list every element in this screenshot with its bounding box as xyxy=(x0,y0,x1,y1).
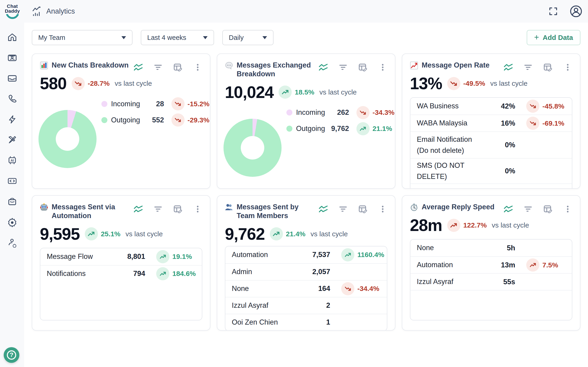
trend-up-icon xyxy=(345,252,351,258)
card-average-reply-speed: Average Reply Speed 28m 122.7% xyxy=(402,195,580,331)
breakdown-table: Automation7,5371160.4% Admin2,057 None16… xyxy=(225,246,387,331)
filter-icon[interactable] xyxy=(154,205,163,213)
filter-icon[interactable] xyxy=(338,63,348,71)
analytics-icon xyxy=(32,7,43,16)
table-row: WABA Malaysia16%-69.1% xyxy=(410,115,572,131)
sidebar-item-ai[interactable] xyxy=(7,155,17,166)
profile-avatar-button[interactable] xyxy=(570,5,582,18)
edit-table-icon[interactable] xyxy=(543,63,553,71)
sidebar-item-developer[interactable] xyxy=(7,176,17,186)
trend-up-icon xyxy=(273,231,280,237)
more-menu-icon[interactable] xyxy=(378,204,387,214)
legend-delta: 21.1% xyxy=(356,122,392,135)
table-row: Izzul Asyraf2 xyxy=(225,297,387,314)
trend-up-icon xyxy=(530,262,536,268)
help-button[interactable] xyxy=(4,347,19,363)
cards-grid: New Chats Breakdown 580 -28.7% xyxy=(32,53,580,331)
chart-view-icon[interactable] xyxy=(134,63,143,71)
legend-delta: -34.3% xyxy=(356,106,394,119)
legend-row: Outgoing 552 -29.3% xyxy=(101,113,202,125)
more-menu-icon[interactable] xyxy=(563,63,572,72)
logo-text-line1: Chat xyxy=(7,4,18,8)
metric-value: 13% xyxy=(410,74,442,93)
sidebar-item-store[interactable] xyxy=(7,196,17,207)
trend-down-icon xyxy=(360,110,366,115)
fullscreen-button[interactable] xyxy=(548,7,558,16)
filter-icon[interactable] xyxy=(338,205,348,213)
trend-up-icon xyxy=(282,89,289,95)
sidebar xyxy=(0,23,24,367)
main-content: My Team Last 4 weeks Daily +Add Data New… xyxy=(24,23,588,367)
delta-suffix: vs last cycle xyxy=(126,230,163,238)
row-delta: 1160.4% xyxy=(341,248,384,261)
metric-delta: 122.7% xyxy=(447,219,487,232)
more-menu-icon[interactable] xyxy=(563,204,572,214)
add-data-button[interactable]: +Add Data xyxy=(527,30,580,45)
top-bar-actions xyxy=(548,5,582,18)
analytics-dashboard: Chat Daddy Analytics My Team Last 4 w xyxy=(0,0,588,367)
sidebar-item-inbox[interactable] xyxy=(7,73,17,83)
edit-table-icon[interactable] xyxy=(358,63,368,71)
breakdown-table: None5h Automation13m7.5% Izzul Asyraf55s xyxy=(410,239,572,320)
chart-increasing-emoji-icon xyxy=(410,61,418,70)
logo-text-line2: Daddy xyxy=(5,8,20,13)
card-title: Message Open Rate xyxy=(410,61,490,70)
sidebar-item-user-roles[interactable] xyxy=(7,237,17,248)
sidebar-item-contacts[interactable] xyxy=(7,53,17,63)
sidebar-item-settings[interactable] xyxy=(7,217,17,227)
delta-suffix: vs last cycle xyxy=(310,230,348,238)
chart-view-icon[interactable] xyxy=(504,63,513,71)
legend-row: Incoming 28 -15.2% xyxy=(101,97,202,109)
edit-table-icon[interactable] xyxy=(173,205,182,213)
delta-suffix: vs last cycle xyxy=(492,221,529,229)
filter-icon[interactable] xyxy=(154,63,163,71)
row-delta: 7.5% xyxy=(526,259,558,272)
card-title: Average Reply Speed xyxy=(410,203,494,211)
team-dropdown[interactable]: My Team xyxy=(32,30,132,45)
chatdaddy-logo[interactable]: Chat Daddy xyxy=(0,4,24,19)
trend-up-icon xyxy=(450,223,457,228)
trend-up-icon xyxy=(160,271,166,276)
sidebar-item-calls[interactable] xyxy=(7,94,17,104)
trend-down-icon xyxy=(175,101,181,107)
chart-view-icon[interactable] xyxy=(134,205,143,213)
delta-suffix: vs last cycle xyxy=(319,88,357,96)
metric-value: 580 xyxy=(40,74,67,93)
table-row: SMS (DO NOT DELETE)0% xyxy=(410,158,572,184)
row-delta: 184.6% xyxy=(156,267,196,280)
sidebar-item-tools[interactable] xyxy=(7,135,17,145)
edit-table-icon[interactable] xyxy=(173,63,182,71)
sidebar-item-automation[interactable] xyxy=(7,114,17,125)
date-range-dropdown[interactable]: Last 4 weeks xyxy=(141,30,214,45)
trend-down-icon xyxy=(175,117,181,123)
legend-delta: -15.2% xyxy=(172,97,209,110)
metric-value: 9,762 xyxy=(225,225,265,243)
edit-table-icon[interactable] xyxy=(543,205,553,213)
plus-icon: + xyxy=(534,33,539,42)
messages-exchanged-donut-chart xyxy=(223,119,282,177)
granularity-value: Daily xyxy=(229,34,244,42)
card-messages-via-automation: Messages Sent via Automation 9,595 25.1% xyxy=(32,195,210,331)
granularity-dropdown[interactable]: Daily xyxy=(222,30,273,45)
date-range-value: Last 4 weeks xyxy=(147,34,186,42)
filter-row: My Team Last 4 weeks Daily +Add Data xyxy=(32,30,580,45)
chart-view-icon[interactable] xyxy=(319,63,328,71)
filter-icon[interactable] xyxy=(523,63,533,71)
chart-view-icon[interactable] xyxy=(504,205,513,213)
filter-icon[interactable] xyxy=(523,205,533,213)
chart-view-icon[interactable] xyxy=(319,205,328,213)
page-header: Analytics xyxy=(32,7,75,16)
more-menu-icon[interactable] xyxy=(193,63,202,72)
more-menu-icon[interactable] xyxy=(193,204,202,214)
sidebar-item-home[interactable] xyxy=(7,32,17,42)
donut-area: Incoming 262 -34.3% Outgoing 9,762 21.1% xyxy=(225,106,387,181)
speech-balloon-emoji-icon xyxy=(225,61,233,70)
metric-delta: 18.5% xyxy=(278,85,314,99)
edit-table-icon[interactable] xyxy=(358,205,368,213)
table-row: Admin2,057 xyxy=(225,263,387,280)
donut-legend: Incoming 28 -15.2% Outgoing 552 -29.3% xyxy=(101,97,202,125)
more-menu-icon[interactable] xyxy=(378,63,387,72)
trend-down-icon xyxy=(530,121,536,126)
card-title: Messages Sent by Team Members xyxy=(225,203,319,220)
table-row: Ooi Zen Chien1 xyxy=(225,314,387,331)
